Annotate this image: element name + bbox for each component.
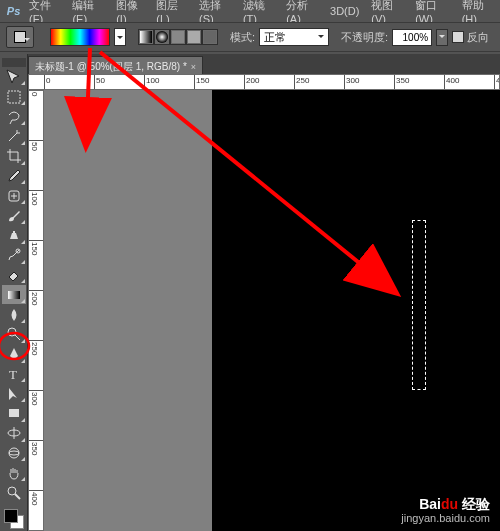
document-canvas[interactable]	[212, 90, 500, 531]
eraser-tool[interactable]	[2, 266, 26, 285]
svg-rect-0	[140, 31, 152, 43]
vertical-ruler[interactable]: 0 50 100 150 200 250 300 350 400	[28, 90, 44, 531]
history-brush-tool[interactable]	[2, 246, 26, 265]
close-tab-icon[interactable]: ×	[191, 62, 196, 72]
radial-gradient-icon[interactable]	[154, 29, 170, 45]
opacity-value: 100%	[403, 32, 429, 43]
svg-point-15	[8, 487, 16, 495]
foreground-color-swatch[interactable]	[4, 509, 18, 523]
watermark: Baidu 经验 jingyan.baidu.com	[401, 497, 490, 525]
options-bar: 模式: 正常 不透明度: 100% 反向	[0, 22, 500, 52]
3d-rotate-tool[interactable]	[2, 424, 26, 443]
svg-point-13	[9, 448, 19, 458]
mode-label: 模式:	[230, 30, 255, 45]
blend-mode-select[interactable]: 正常	[259, 28, 329, 46]
reverse-checkbox[interactable]	[452, 31, 464, 43]
toolbox-grip[interactable]	[2, 58, 26, 67]
foreground-background-swatches[interactable]	[2, 507, 26, 531]
rectangle-shape-tool[interactable]	[2, 404, 26, 423]
marquee-tool[interactable]	[2, 87, 26, 106]
gradient-tool[interactable]	[2, 285, 26, 304]
reflected-gradient-icon[interactable]	[186, 29, 202, 45]
tab-title: 未标题-1 @ 50%(图层 1, RGB/8) *	[35, 60, 187, 74]
gradient-type-group	[138, 29, 218, 45]
gradient-dropdown[interactable]	[114, 28, 126, 46]
path-select-tool[interactable]	[2, 384, 26, 403]
svg-point-14	[9, 451, 19, 455]
canvas-background	[212, 90, 500, 531]
svg-point-1	[156, 31, 168, 43]
angle-gradient-icon[interactable]	[170, 29, 186, 45]
canvas-area[interactable]	[44, 90, 500, 531]
lasso-tool[interactable]	[2, 107, 26, 126]
diamond-gradient-icon[interactable]	[202, 29, 218, 45]
toolbox: T	[0, 54, 28, 531]
linear-gradient-icon[interactable]	[138, 29, 154, 45]
brush-tool[interactable]	[2, 206, 26, 225]
ps-logo: Ps	[4, 2, 23, 20]
opacity-input[interactable]: 100%	[392, 29, 432, 46]
svg-rect-8	[8, 291, 20, 299]
svg-rect-3	[188, 31, 200, 43]
zoom-tool[interactable]	[2, 483, 26, 502]
selection-marquee	[412, 220, 426, 390]
svg-point-9	[8, 328, 16, 336]
horizontal-ruler[interactable]: 400 350 300 250 200 150 100 50 0 50 100 …	[28, 74, 500, 90]
type-tool[interactable]: T	[2, 365, 26, 384]
clone-stamp-tool[interactable]	[2, 226, 26, 245]
gradient-preview[interactable]	[50, 28, 110, 46]
menu-3d[interactable]: 3D(D)	[324, 3, 365, 19]
eyedropper-tool[interactable]	[2, 167, 26, 186]
tool-preset-picker[interactable]	[6, 26, 34, 48]
reverse-checkbox-group[interactable]: 反向	[452, 30, 489, 45]
blur-tool[interactable]	[2, 305, 26, 324]
spot-heal-tool[interactable]	[2, 186, 26, 205]
opacity-label: 不透明度:	[341, 30, 388, 45]
opacity-dropdown[interactable]	[436, 29, 448, 46]
blend-mode-value: 正常	[264, 30, 286, 45]
svg-rect-5	[8, 91, 20, 103]
3d-orbit-tool[interactable]	[2, 444, 26, 463]
svg-text:T: T	[9, 367, 17, 382]
svg-rect-2	[172, 31, 184, 43]
magic-wand-tool[interactable]	[2, 127, 26, 146]
app-frame: Ps 文件(F) 编辑(E) 图像(I) 图层(L) 选择(S) 滤镜(T) 分…	[0, 0, 500, 531]
reverse-label: 反向	[467, 30, 489, 45]
menu-bar: Ps 文件(F) 编辑(E) 图像(I) 图层(L) 选择(S) 滤镜(T) 分…	[0, 0, 500, 22]
crop-tool[interactable]	[2, 147, 26, 166]
dodge-tool[interactable]	[2, 325, 26, 344]
document-tab-bar: 未标题-1 @ 50%(图层 1, RGB/8) * ×	[28, 54, 500, 74]
watermark-url: jingyan.baidu.com	[401, 511, 490, 525]
document-tab[interactable]: 未标题-1 @ 50%(图层 1, RGB/8) * ×	[28, 56, 203, 74]
pen-tool[interactable]	[2, 345, 26, 364]
move-tool[interactable]	[2, 68, 26, 87]
hand-tool[interactable]	[2, 463, 26, 482]
svg-rect-4	[204, 31, 216, 43]
svg-rect-11	[9, 409, 19, 417]
